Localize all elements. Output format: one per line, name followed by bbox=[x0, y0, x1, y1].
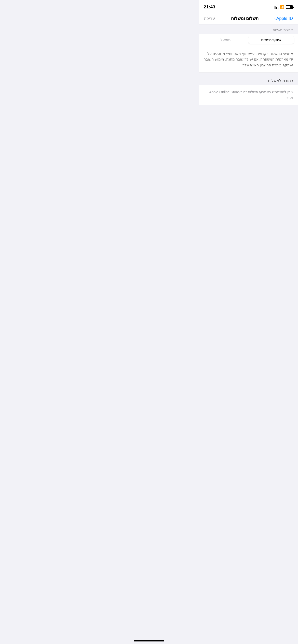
info-text: אמצעי התשלום בקבוצת ה״שיתוף משפחתי״ מנוה… bbox=[204, 51, 293, 68]
back-button[interactable]: עריכה bbox=[204, 16, 215, 21]
shipping-info-text: ניתן להשתמש באמצעי תשלום זה ב-Apple Onli… bbox=[204, 89, 293, 101]
signal-icon bbox=[274, 5, 278, 9]
main-content: אמצעי תשלום שיתוף רכישות מופעל אמצעי התש… bbox=[199, 24, 298, 202]
payment-section-header: אמצעי תשלום bbox=[199, 24, 298, 34]
tab-active[interactable]: מופעל bbox=[203, 36, 248, 44]
page-title: תשלום ומשלוח bbox=[231, 16, 259, 21]
tab-sharing[interactable]: שיתוף רכישות bbox=[248, 36, 294, 44]
status-time: 21:43 bbox=[204, 5, 215, 10]
shipping-info-block: ניתן להשתמש באמצעי תשלום זה ב-Apple Onli… bbox=[199, 85, 298, 105]
info-block: אמצעי התשלום בקבוצת ה״שיתוף משפחתי״ מנוה… bbox=[199, 46, 298, 73]
navigation-bar: Apple ID › תשלום ומשלוח עריכה bbox=[199, 13, 298, 24]
battery-icon bbox=[286, 5, 293, 9]
wifi-icon: 📶 bbox=[280, 5, 284, 9]
segment-control: שיתוף רכישות מופעל bbox=[199, 34, 298, 46]
chevron-right-icon: › bbox=[274, 17, 276, 21]
apple-id-button[interactable]: Apple ID › bbox=[274, 16, 293, 21]
status-left-icons: 📶 bbox=[274, 5, 293, 9]
segment-control-container: שיתוף רכישות מופעל bbox=[199, 34, 298, 46]
apple-id-label: Apple ID bbox=[276, 16, 293, 21]
status-bar: 📶 21:43 bbox=[199, 0, 298, 13]
shipping-section-label: כתובת למשלוח bbox=[199, 73, 298, 85]
